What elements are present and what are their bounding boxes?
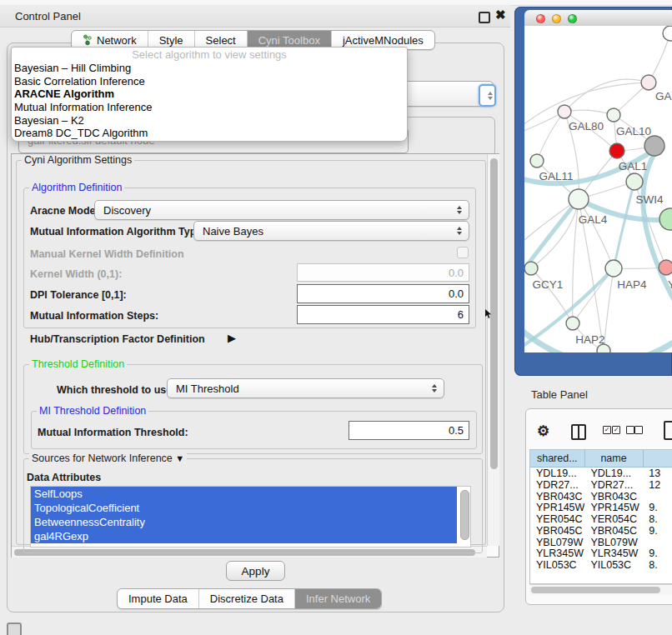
list-scrollbar[interactable]	[459, 488, 469, 543]
table-row[interactable]: YBL079WYBL079W	[530, 537, 672, 548]
expand-right-icon[interactable]: ▶	[228, 332, 236, 344]
attribute-list-item[interactable]: TopologicalCoefficient	[31, 501, 457, 515]
algorithm-option[interactable]: Dream8 DC_TDC Algorithm	[12, 127, 407, 140]
checked-checkbox-icon[interactable]: ✓	[603, 426, 611, 434]
attribute-list-item[interactable]: BetweennessCentrality	[31, 515, 457, 529]
node-table[interactable]: shared...name YDL19...YDL19...13YDR27...…	[529, 449, 672, 584]
function-builder-icon[interactable]	[664, 421, 672, 440]
table-cell: 9.	[643, 548, 672, 559]
manual-kernel-checkbox[interactable]	[457, 247, 469, 258]
table-cell: 12	[643, 479, 672, 491]
node-GAL4[interactable]	[569, 189, 589, 209]
gear-icon[interactable]: ⚙	[537, 422, 549, 440]
combo-arrows-icon	[432, 384, 437, 392]
zoom-traffic-light[interactable]	[568, 14, 577, 23]
algorithm-option[interactable]: ARACNE Algorithm	[12, 88, 407, 101]
attribute-list-item[interactable]: SelfLoops	[31, 487, 457, 501]
table-row[interactable]: YLR345WYLR345W9.	[530, 548, 672, 560]
float-window-icon[interactable]	[479, 12, 490, 23]
table-cell: YIL053C	[584, 559, 643, 571]
table-row[interactable]: YDR27...YDR27...12	[530, 479, 672, 491]
table-row[interactable]: YIL053CYIL053C8.	[530, 559, 672, 571]
scrollbar-corner	[487, 546, 499, 557]
node-gray[interactable]	[644, 136, 664, 156]
vertical-scrollbar[interactable]	[487, 154, 499, 546]
bottom-tabbar: Impute DataDiscretize DataInfer Network	[117, 588, 382, 609]
table-cell: YER054C	[530, 513, 584, 525]
table-row[interactable]: YDL19...YDL19...13	[530, 468, 672, 479]
node-GAL80[interactable]	[558, 105, 571, 118]
algorithm-option[interactable]: Bayesian – K2	[12, 114, 407, 128]
table-scrollbar-thumb[interactable]	[531, 587, 660, 593]
algorithm-option[interactable]: Basic Correlation Inference	[12, 75, 407, 88]
table-cell: YER054C	[584, 513, 643, 525]
mi-steps-field[interactable]: 6	[297, 305, 469, 324]
network-canvas[interactable]: GALGAL80GAL10GAL1GAL11SWI4GAL4GCY1HAP4YH…	[524, 26, 672, 352]
column-header[interactable]: name	[585, 450, 644, 467]
mouse-cursor	[484, 308, 492, 322]
table-cell: YPR145W	[584, 502, 643, 513]
hub-definition-label[interactable]: Hub/Transcription Factor Definition	[30, 333, 205, 345]
mi-type-combo[interactable]: Naive Bayes	[193, 221, 469, 241]
node-label-GAL10: GAL10	[616, 125, 651, 138]
combo-arrows-icon	[457, 206, 462, 214]
node-big-green[interactable]	[659, 208, 672, 230]
columns-icon[interactable]	[571, 424, 586, 440]
network-view-titlebar[interactable]	[524, 10, 672, 27]
tab-infer-network[interactable]: Infer Network	[295, 589, 381, 608]
node-label-HAP4: HAP4	[617, 278, 647, 291]
table-row[interactable]: YBR043CYBR043C	[530, 491, 672, 502]
node-salmon[interactable]	[659, 260, 672, 275]
algorithm-option[interactable]: Mutual Information Inference	[12, 101, 407, 114]
aracne-mode-combo[interactable]: Discovery	[94, 200, 469, 220]
table-cell: 9.	[643, 502, 672, 513]
data-attributes-list[interactable]: SelfLoopsTopologicalCoefficientBetweenne…	[30, 486, 471, 548]
node-label-GCY1: GCY1	[533, 278, 564, 291]
node-GAL11[interactable]	[530, 154, 544, 168]
mi-type-value: Naive Bayes	[203, 225, 263, 238]
node-SWI4[interactable]	[626, 173, 643, 190]
mi-threshold-field[interactable]: 0.5	[349, 421, 469, 440]
node-GAL1[interactable]	[609, 143, 624, 158]
dropdown-placeholder: Select algorithm to view settings	[12, 48, 407, 62]
node-GAL10[interactable]	[607, 108, 620, 122]
apply-button[interactable]: Apply	[226, 561, 285, 581]
column-header[interactable]: shared...	[530, 450, 585, 467]
close-traffic-light[interactable]	[536, 14, 545, 23]
list-scrollbar-thumb[interactable]	[460, 490, 469, 540]
node-label-GAL11: GAL11	[539, 170, 573, 182]
table-horizontal-scrollbar[interactable]	[529, 584, 672, 595]
node-label-Y: Y	[668, 278, 672, 291]
table-row[interactable]: YBR045CYBR045C9.	[530, 525, 672, 537]
tab-label: Style	[159, 34, 183, 47]
unchecked-checkbox-icon[interactable]	[634, 426, 643, 434]
checked-checkbox-icon[interactable]: ✓	[612, 426, 620, 434]
minimize-traffic-light[interactable]	[552, 14, 561, 23]
node-pink[interactable]	[641, 75, 656, 90]
node-label-GAL: GAL	[655, 90, 672, 102]
collapse-down-icon[interactable]: ▼	[175, 453, 184, 463]
attribute-list-item[interactable]: gal4RGexp	[31, 529, 457, 543]
node-HAP4[interactable]	[605, 260, 622, 277]
dpi-tolerance-field[interactable]: 0.0	[297, 284, 469, 303]
sources-title[interactable]: Sources for Network Inference ▼	[29, 452, 187, 464]
table-cell: 9.	[643, 525, 672, 537]
column-header[interactable]	[644, 450, 672, 467]
close-icon[interactable]: ✖	[495, 8, 506, 22]
tab-impute-data[interactable]: Impute Data	[118, 589, 199, 608]
table-cell: YPR145W	[530, 502, 584, 513]
tool-panel-icon[interactable]	[7, 622, 22, 635]
node-partial-top[interactable]	[663, 26, 672, 41]
node-GCY1[interactable]	[524, 262, 538, 275]
tab-label: Network	[97, 34, 137, 47]
table-toolbar: ⚙ ✓ ✓	[526, 409, 672, 449]
focused-combo-spinner[interactable]	[479, 84, 496, 107]
node-HAP2[interactable]	[566, 317, 579, 330]
algorithm-option[interactable]: Bayesian – Hill Climbing	[12, 62, 407, 75]
unchecked-checkbox-icon[interactable]	[626, 426, 634, 434]
tab-discretize-data[interactable]: Discretize Data	[199, 589, 295, 608]
table-cell: 13	[643, 468, 672, 479]
table-row[interactable]: YER054CYER054C8.	[530, 513, 672, 525]
which-threshold-combo[interactable]: MI Threshold	[167, 378, 444, 398]
table-row[interactable]: YPR145WYPR145W9.	[530, 502, 672, 513]
